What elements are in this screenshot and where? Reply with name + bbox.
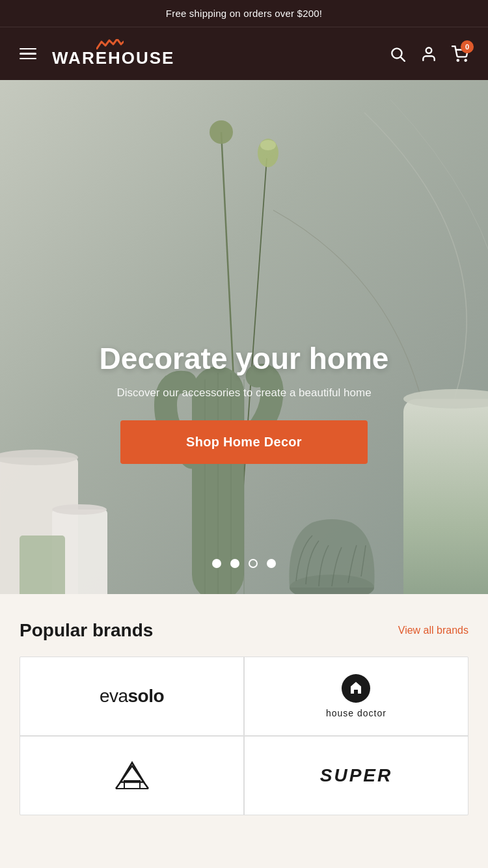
- header-left: WAREHOUSE: [20, 39, 174, 68]
- brand-evasolo[interactable]: evasolo: [20, 657, 243, 735]
- header-right: 0: [389, 46, 468, 62]
- carousel-dots: [212, 559, 276, 568]
- super-logo: SUPER: [320, 765, 392, 786]
- logo[interactable]: WAREHOUSE: [52, 39, 174, 68]
- brands-grid: evasolo house doctor: [20, 657, 468, 815]
- house-doctor-label: house doctor: [326, 708, 386, 718]
- svg-point-3: [457, 59, 459, 61]
- brand-3[interactable]: [20, 737, 243, 815]
- view-all-brands-link[interactable]: View all brands: [398, 625, 468, 636]
- carousel-dot-3[interactable]: [249, 559, 258, 568]
- svg-marker-24: [120, 766, 144, 782]
- brands-section-title: Popular brands: [20, 620, 153, 641]
- hero-content: Decorate your home Discover our accessor…: [74, 341, 415, 464]
- logo-text-group: WAREHOUSE: [52, 48, 174, 68]
- evasolo-logo: evasolo: [100, 686, 164, 707]
- search-button[interactable]: [389, 46, 406, 62]
- svg-point-2: [426, 47, 432, 53]
- hero-subtitle: Discover our accessories to create a bea…: [100, 387, 389, 400]
- carousel-dot-2[interactable]: [230, 559, 239, 568]
- house-doctor-icon: [342, 674, 370, 703]
- cart-button[interactable]: 0: [452, 46, 468, 62]
- brand-house-doctor[interactable]: house doctor: [245, 657, 468, 735]
- cart-badge: 0: [461, 40, 474, 53]
- svg-line-1: [401, 57, 405, 61]
- account-button[interactable]: [420, 46, 437, 62]
- brands-section: Popular brands View all brands evasolo h…: [0, 594, 488, 828]
- announcement-bar: Free shipping on orders over $200!: [0, 0, 488, 27]
- logo-label: WAREHOUSE: [52, 48, 174, 68]
- hero-background: [0, 80, 488, 594]
- header: WAREHOUSE: [0, 27, 488, 80]
- house-doctor-logo: house doctor: [326, 674, 386, 718]
- brands-header: Popular brands View all brands: [20, 620, 468, 641]
- brand-super[interactable]: SUPER: [245, 737, 468, 815]
- shop-home-decor-button[interactable]: Shop Home Decor: [120, 420, 368, 464]
- carousel-dot-4[interactable]: [267, 559, 276, 568]
- hero-title: Decorate your home: [100, 341, 389, 376]
- hamburger-menu-button[interactable]: [20, 48, 36, 60]
- announcement-text: Free shipping on orders over $200!: [166, 8, 322, 19]
- carousel-dot-1[interactable]: [212, 559, 221, 568]
- svg-point-4: [465, 59, 467, 61]
- hero-banner: Decorate your home Discover our accessor…: [0, 80, 488, 594]
- brand3-logo: [106, 756, 158, 795]
